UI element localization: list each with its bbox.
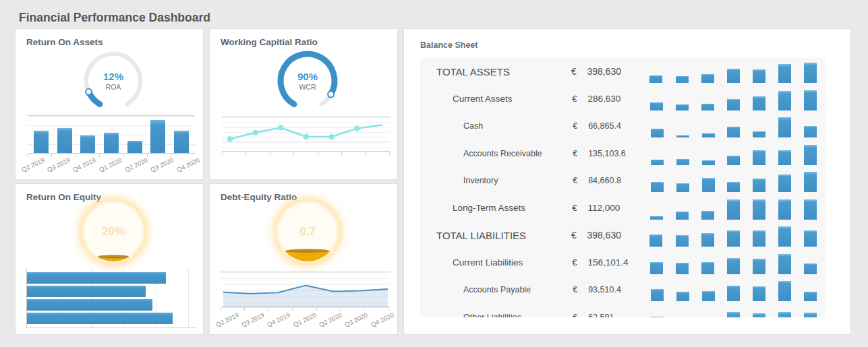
- currency-symbol: €: [561, 257, 587, 267]
- x-axis-label: Q1 2020: [292, 311, 318, 329]
- sparkline-bar: [702, 291, 715, 301]
- roa-bar: [150, 120, 165, 154]
- sparkline-bar: [804, 263, 817, 274]
- balance-item-value: 62,591: [588, 313, 651, 317]
- der-liquid-gauge: [270, 195, 345, 269]
- sparkline-bar: [753, 96, 765, 110]
- sparkline-bar: [676, 263, 689, 274]
- sparkline-bar: [650, 262, 663, 274]
- sparkline-bar: [778, 150, 791, 165]
- x-axis-label: Q4 2020: [175, 156, 201, 174]
- balance-sheet-title: Balance Sheet: [420, 40, 478, 50]
- x-axis-label: Q4 2019: [266, 311, 292, 329]
- roe-bar: [27, 286, 146, 297]
- sparkline-bar: [753, 286, 765, 301]
- x-axis-label: Q4 2020: [370, 311, 395, 329]
- sparkline-bar: [753, 150, 765, 165]
- sparkline-bar: [651, 182, 664, 193]
- der-x-axis-ticks: [221, 308, 390, 311]
- sparkline-bar: [778, 226, 791, 247]
- currency-symbol: €: [561, 203, 587, 213]
- balance-item-label: Current Liabilities: [420, 257, 561, 267]
- roe-bar: [27, 313, 173, 324]
- balance-sheet-row: Accounts Receivable€135,103.6: [420, 140, 825, 168]
- trend-sparkline: [651, 115, 817, 137]
- card-debt-equity-ratio: Debt-Equity Ratio 0.7 Q2 2019Q3 2019Q4 2…: [209, 183, 398, 335]
- balance-sheet-row: Other Liabilities€62,591: [420, 304, 825, 318]
- trend-sparkline: [651, 278, 817, 301]
- wcr-gauge: [274, 47, 341, 115]
- balance-sheet-row: Current Assets€286,630: [420, 86, 825, 113]
- sparkline-bar: [727, 182, 740, 192]
- balance-item-value: 84,660.8: [588, 176, 651, 185]
- trend-sparkline: [650, 88, 817, 111]
- roa-bar: [34, 131, 49, 153]
- currency-symbol: €: [562, 121, 588, 131]
- x-axis-label: Q3 2019: [46, 156, 71, 174]
- balance-item-value: 93,510.4: [588, 285, 651, 294]
- sparkline-bar: [753, 69, 765, 83]
- x-axis-label: Q3 2020: [149, 156, 175, 174]
- sparkline-bar: [753, 230, 765, 247]
- balance-sheet-panel: Balance Sheet TOTAL ASSETS€398,630Curren…: [403, 28, 851, 335]
- roa-bar: [57, 128, 72, 153]
- roe-horizontal-bar-chart: [26, 269, 196, 328]
- currency-symbol: €: [562, 149, 588, 158]
- x-axis-label: Q1 2020: [98, 156, 123, 174]
- wcr-data-point: [303, 134, 310, 140]
- trend-sparkline: [650, 197, 817, 220]
- balance-item-label: Long-Term Assets: [420, 203, 561, 213]
- roa-bar: [174, 131, 189, 153]
- page-title: Financial Performance Dashboard: [19, 11, 210, 25]
- currency-symbol: €: [562, 285, 588, 294]
- trend-sparkline: [649, 224, 817, 247]
- roa-gauge: [80, 47, 147, 115]
- sparkline-bar: [804, 292, 817, 302]
- card-return-on-equity: Return On Equity 20%: [15, 183, 204, 335]
- sparkline-bar: [804, 199, 817, 220]
- sparkline-bar: [804, 172, 817, 192]
- roa-bar: [127, 141, 142, 153]
- sparkline-bar: [727, 199, 740, 220]
- x-axis-label: Q2 2020: [123, 156, 149, 174]
- balance-item-label: TOTAL ASSETS: [420, 66, 560, 77]
- currency-symbol: €: [560, 230, 587, 241]
- card-working-capital-ratio: Working Capitial Ratio 90% WCR Q2 2019Q3…: [209, 28, 398, 180]
- currency-symbol: €: [560, 66, 587, 77]
- sparkline-bar: [753, 199, 765, 220]
- balance-item-value: 112,000: [587, 203, 650, 213]
- wcr-data-point: [227, 136, 233, 142]
- sparkline-bar: [676, 235, 689, 247]
- balance-item-label: Other Liabilities: [420, 313, 562, 317]
- sparkline-bar: [676, 159, 689, 165]
- der-area-series: [221, 272, 390, 308]
- trend-sparkline: [651, 306, 817, 317]
- balance-item-value: 66,865.4: [588, 121, 651, 131]
- sparkline-bar: [676, 183, 689, 192]
- der-x-axis-labels: Q2 2019Q3 2019Q4 2019Q1 2020Q2 2020Q3 20…: [215, 313, 396, 321]
- x-axis-label: Q2 2019: [214, 311, 240, 329]
- sparkline-bar: [651, 289, 664, 301]
- sparkline-bar: [727, 286, 740, 301]
- sparkline-bar: [702, 178, 715, 193]
- roe-liquid-gauge: [76, 195, 150, 269]
- roa-bar-series: [28, 116, 195, 153]
- balance-item-label: Accounts Payable: [420, 285, 562, 294]
- sparkline-bar: [804, 63, 817, 83]
- sparkline-bar: [727, 312, 740, 317]
- sparkline-bar: [651, 160, 664, 165]
- sparkline-bar: [702, 160, 715, 165]
- balance-item-label: Current Assets: [420, 94, 561, 104]
- wcr-line-chart: [222, 117, 390, 152]
- sparkline-bar: [778, 199, 791, 220]
- currency-symbol: €: [562, 176, 588, 185]
- sparkline-bar: [753, 131, 765, 137]
- wcr-data-point: [328, 134, 335, 140]
- wcr-line-series: [222, 117, 390, 152]
- balance-sheet-row: Current Liabilities€156,101.4: [420, 249, 825, 277]
- sparkline-bar: [753, 179, 765, 192]
- sparkline-bar: [676, 104, 689, 111]
- sparkline-bar: [727, 230, 740, 247]
- roa-bar: [104, 133, 119, 153]
- trend-sparkline: [651, 169, 817, 192]
